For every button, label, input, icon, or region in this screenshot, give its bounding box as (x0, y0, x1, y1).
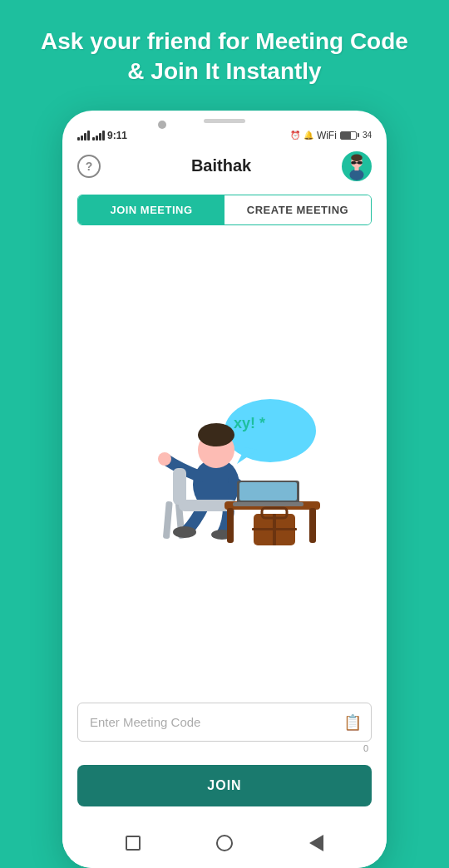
tab-bar: JOIN MEETING CREATE MEETING (77, 195, 372, 225)
status-right: ⏰ 🔔 WiFi 34 (290, 130, 372, 141)
app-header: ? Baithak (62, 145, 387, 190)
battery-indicator (340, 131, 359, 140)
svg-text:xy! *: xy! * (234, 415, 265, 432)
svg-point-16 (158, 452, 171, 466)
meeting-code-input[interactable] (77, 703, 372, 742)
phone-frame: 9:11 ⏰ 🔔 WiFi 34 ? Baithak (62, 111, 387, 868)
join-button-area: JOIN (62, 757, 387, 823)
alarm-icon: ⏰ (290, 131, 300, 140)
char-count: 0 (77, 742, 372, 753)
svg-rect-5 (356, 162, 358, 163)
volume-icon: 🔔 (303, 131, 313, 140)
svg-rect-4 (358, 161, 363, 164)
time-display: 9:11 (107, 130, 127, 141)
signal-icon-2 (92, 131, 105, 141)
meeting-code-wrapper: 📋 (77, 703, 372, 742)
svg-point-2 (351, 154, 363, 161)
status-left: 9:11 (77, 130, 127, 141)
nav-recents-icon[interactable] (123, 833, 143, 853)
nav-back-icon[interactable] (306, 833, 326, 853)
signal-icon (77, 131, 90, 141)
avatar[interactable] (342, 151, 372, 181)
illustration-svg: xy! * (116, 385, 333, 551)
help-button[interactable]: ? (77, 155, 101, 178)
wifi-icon: WiFi (317, 130, 337, 141)
svg-rect-12 (163, 501, 173, 540)
tab-create-meeting[interactable]: CREATE MEETING (224, 195, 371, 224)
status-bar: 9:11 ⏰ 🔔 WiFi 34 (62, 126, 387, 145)
svg-rect-24 (309, 508, 316, 543)
header-title: Ask your friend for Meeting Code & Join … (0, 0, 449, 111)
phone-speaker (204, 119, 245, 123)
join-button[interactable]: JOIN (77, 765, 372, 806)
svg-rect-7 (354, 167, 358, 170)
svg-rect-23 (227, 508, 234, 543)
svg-rect-27 (233, 502, 303, 506)
svg-point-6 (350, 169, 364, 180)
svg-rect-21 (173, 468, 186, 505)
svg-point-15 (198, 423, 234, 446)
svg-rect-31 (273, 514, 276, 545)
app-title: Baithak (191, 156, 251, 175)
svg-point-18 (173, 526, 196, 538)
bottom-nav (62, 823, 387, 868)
phone-camera (158, 121, 166, 129)
phone-top-bar (62, 111, 387, 126)
nav-home-icon[interactable] (215, 833, 234, 853)
svg-rect-26 (239, 482, 297, 501)
illustration-area: xy! * (62, 225, 387, 703)
input-area: 📋 0 (62, 703, 387, 753)
tab-join-meeting[interactable]: JOIN MEETING (78, 195, 224, 224)
battery-percent: 34 (363, 131, 372, 140)
svg-rect-3 (351, 161, 356, 164)
